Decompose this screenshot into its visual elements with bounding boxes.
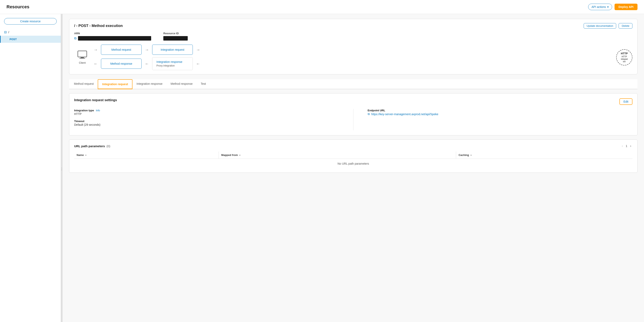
integration-type-label: Integration type Info — [74, 109, 339, 112]
timeout-value: Default (29 seconds) — [74, 123, 339, 126]
arrow-right-1: → — [94, 47, 98, 52]
delete-button[interactable]: Delete — [618, 23, 632, 29]
endpoint-url-value[interactable]: https://key-server-management.axprod.net… — [371, 113, 438, 116]
method-exec-title-row: / - POST - Method execution Update docum… — [74, 23, 632, 29]
arn-copy-icon[interactable]: ⧉ — [74, 36, 76, 40]
no-params-message: No URL path parameters — [74, 159, 632, 169]
current-page: 1 — [626, 144, 627, 148]
arrow-left-3: ← — [196, 61, 200, 66]
integration-type-field: Integration type Info HTTP — [74, 109, 339, 116]
proxy-integration-label: Proxy integration — [156, 64, 188, 67]
params-count: (0) — [106, 144, 110, 148]
resource-id-label: Resource ID — [163, 32, 188, 35]
sidebar-item-root[interactable]: ⊟ / — [0, 29, 61, 36]
api-actions-button[interactable]: API actions ▾ — [588, 4, 612, 10]
timeout-field: Timeout Default (29 seconds) — [74, 120, 339, 126]
settings-header: Integration request settings Edit — [74, 98, 632, 105]
method-execution-header: / - POST - Method execution Update docum… — [69, 19, 638, 74]
endpoint-copy-icon[interactable]: ⧉ — [368, 112, 370, 116]
integration-request-label: Integration request — [161, 48, 184, 51]
settings-divider — [353, 109, 354, 130]
integration-request-box[interactable]: Integration request — [152, 45, 193, 55]
settings-col-left: Integration type Info HTTP Timeout Defau… — [74, 109, 339, 130]
method-exec-title: / - POST - Method execution — [74, 24, 123, 28]
tab-method-request[interactable]: Method request — [70, 79, 98, 89]
endpoint-url-row: ⧉ https://key-server-management.axprod.n… — [368, 112, 632, 116]
arrow-right-2: → — [145, 47, 149, 52]
flow-client: Client — [74, 50, 90, 64]
update-docs-button[interactable]: Update documentation — [584, 23, 616, 29]
flow-diagram: Client → Method request → Integration re… — [74, 45, 632, 70]
arrow-left-1: ← — [94, 61, 98, 66]
resource-id-value — [163, 36, 188, 40]
deploy-api-button[interactable]: Deploy API — [614, 4, 638, 10]
timeout-label: Timeout — [74, 120, 339, 123]
top-bar-actions: API actions ▾ Deploy API — [588, 4, 638, 10]
edit-button[interactable]: Edit — [620, 98, 632, 105]
params-header: URL path parameters (0) ‹ 1 › — [74, 144, 632, 148]
arn-row: ARN ⧉ Resource ID — [74, 32, 632, 40]
api-actions-label: API actions — [592, 5, 606, 8]
method-request-box[interactable]: Method request — [101, 45, 142, 55]
prev-page-button[interactable]: ‹ — [621, 144, 624, 148]
params-table: Name ▾ Mapped from ▾ Caching ▾ — [74, 152, 632, 168]
url-path-params-section: URL path parameters (0) ‹ 1 › — [69, 140, 638, 173]
collapse-icon: ⊟ — [4, 30, 7, 34]
integration-type-value: HTTP — [74, 112, 339, 116]
http-integration-label: HTTPintegration — [621, 56, 628, 63]
integration-response-box: Integration response Proxy integration — [152, 57, 193, 70]
arrow-right-3: → — [196, 47, 200, 52]
integration-response-title[interactable]: Integration response — [156, 60, 188, 63]
resize-handle[interactable]: ⋮ — [61, 14, 62, 322]
tabs-bar: Method request Integration request Integ… — [69, 79, 638, 89]
method-response-label: Method response — [110, 62, 132, 65]
tab-integration-response[interactable]: Integration response — [132, 79, 166, 89]
client-label: Client — [79, 61, 86, 64]
col-mapped-from: Mapped from ▾ — [219, 152, 456, 159]
arn-label: ARN — [74, 32, 151, 35]
tab-method-response[interactable]: Method response — [166, 79, 197, 89]
method-response-box[interactable]: Method response — [101, 59, 142, 69]
svg-rect-2 — [80, 58, 85, 59]
root-label: / — [8, 31, 9, 34]
integration-request-settings: Integration request settings Edit Integr… — [69, 93, 638, 136]
method-exec-actions: Update documentation Delete — [584, 23, 632, 29]
settings-col-right: Endpoint URL ⧉ https://key-server-manage… — [368, 109, 632, 130]
sort-caching-icon[interactable]: ▾ — [470, 154, 472, 156]
tab-integration-request[interactable]: Integration request — [98, 79, 132, 89]
method-request-label: Method request — [111, 48, 131, 51]
params-title-wrap: URL path parameters (0) — [74, 144, 110, 148]
arn-redacted — [78, 36, 151, 40]
top-bar: Resources API actions ▾ Deploy API — [0, 0, 644, 14]
sort-mapped-icon[interactable]: ▾ — [239, 154, 240, 156]
create-resource-button[interactable]: Create resource — [4, 18, 57, 24]
next-page-button[interactable]: › — [629, 144, 632, 148]
main-content: / - POST - Method execution Update docum… — [62, 14, 644, 322]
resource-id-redacted — [163, 36, 188, 40]
col-name: Name ▾ — [74, 152, 218, 159]
sidebar-item-post[interactable]: POST — [0, 36, 61, 43]
chevron-left-icon: ‹ — [622, 144, 623, 148]
col-caching: Caching ▾ — [456, 152, 632, 159]
info-link[interactable]: Info — [96, 109, 100, 112]
page-title: Resources — [6, 4, 30, 9]
sidebar-tree: ⊟ / POST — [0, 29, 61, 43]
resource-id-block: Resource ID — [163, 32, 188, 40]
arn-value: ⧉ — [74, 36, 151, 40]
svg-rect-1 — [81, 57, 84, 58]
arn-block: ARN ⧉ — [74, 32, 151, 40]
http-label: HTTP — [621, 52, 628, 55]
chevron-right-icon: › — [630, 144, 631, 148]
arrow-left-2: ← — [145, 61, 149, 66]
sidebar: Create resource ⊟ / POST — [0, 14, 61, 322]
sort-name-icon[interactable]: ▾ — [85, 154, 86, 156]
main-layout: Create resource ⊟ / POST ⋮ / - POST - Me… — [0, 14, 644, 322]
svg-rect-0 — [78, 51, 87, 57]
http-integration-box: HTTP HTTPintegration — [616, 49, 632, 65]
settings-grid: Integration type Info HTTP Timeout Defau… — [74, 109, 632, 130]
settings-title: Integration request settings — [74, 98, 117, 102]
tab-test[interactable]: Test — [197, 79, 210, 89]
monitor-icon — [78, 50, 87, 60]
dropdown-icon: ▾ — [607, 5, 609, 8]
params-title: URL path parameters — [74, 144, 105, 148]
